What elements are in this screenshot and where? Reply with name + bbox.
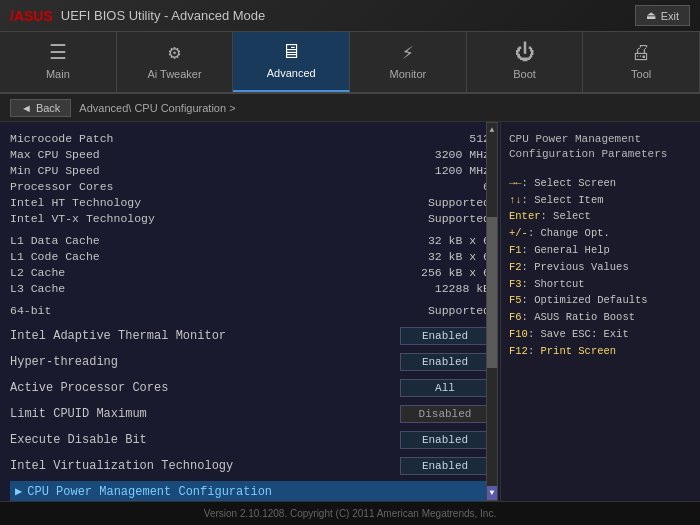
scrollbar[interactable]: ▲ ▼ xyxy=(486,122,498,501)
help-item: →←: Select Screen xyxy=(509,175,692,192)
thermal-monitor-toggle[interactable]: Enabled xyxy=(400,327,490,345)
help-item: F5: Optimized Defaults xyxy=(509,292,692,309)
tab-ai-tweaker[interactable]: ⚙ Ai Tweaker xyxy=(117,32,234,92)
config-table: Microcode Patch 512 Max CPU Speed 3200 M… xyxy=(10,130,490,501)
execute-disable-toggle[interactable]: Enabled xyxy=(400,431,490,449)
ai-tweaker-icon: ⚙ xyxy=(168,44,180,64)
breadcrumb: ◄ Back Advanced\ CPU Configuration > xyxy=(0,94,700,122)
header: /ASUS UEFI BIOS Utility - Advanced Mode … xyxy=(0,0,700,32)
main-icon: ☰ xyxy=(49,44,67,64)
tab-main[interactable]: ☰ Main xyxy=(0,32,117,92)
monitor-icon: ⚡ xyxy=(402,44,414,64)
highlight-arrow-icon: ▶ xyxy=(15,484,22,499)
table-row: L1 Code Cache 32 kB x 6 xyxy=(10,248,490,264)
table-row: L1 Data Cache 32 kB x 6 xyxy=(10,232,490,248)
active-cores-toggle[interactable]: All xyxy=(400,379,490,397)
tab-bar: ☰ Main ⚙ Ai Tweaker 🖥 Advanced ⚡ Monitor… xyxy=(0,32,700,94)
hyperthreading-row: Hyper-threading Enabled xyxy=(10,350,490,374)
header-title: UEFI BIOS Utility - Advanced Mode xyxy=(61,8,265,23)
active-cores-row: Active Processor Cores All xyxy=(10,376,490,400)
table-row: L2 Cache 256 kB x 6 xyxy=(10,264,490,280)
help-item: F3: Shortcut xyxy=(509,276,692,293)
help-item: F1: General Help xyxy=(509,242,692,259)
vt-row: Intel Virtualization Technology Enabled xyxy=(10,454,490,478)
vt-toggle[interactable]: Enabled xyxy=(400,457,490,475)
tool-icon: 🖨 xyxy=(631,44,651,64)
limit-cpuid-toggle[interactable]: Disabled xyxy=(400,405,490,423)
back-arrow-icon: ◄ xyxy=(21,102,32,114)
tab-monitor[interactable]: ⚡ Monitor xyxy=(350,32,467,92)
limit-cpuid-row: Limit CPUID Maximum Disabled xyxy=(10,402,490,426)
table-row: Microcode Patch 512 xyxy=(10,130,490,146)
thermal-monitor-row: Intel Adaptive Thermal Monitor Enabled xyxy=(10,324,490,348)
table-row: Intel HT Technology Supported xyxy=(10,194,490,210)
table-row: Max CPU Speed 3200 MHz xyxy=(10,146,490,162)
help-item: ↑↓: Select Item xyxy=(509,192,692,209)
cpu-power-mgmt-item[interactable]: ▶ CPU Power Management Configuration xyxy=(10,481,490,501)
help-item: Enter: Select xyxy=(509,208,692,225)
help-item: F6: ASUS Ratio Boost xyxy=(509,309,692,326)
help-section: →←: Select Screen ↑↓: Select Item Enter:… xyxy=(509,175,692,360)
help-item: +/-: Change Opt. xyxy=(509,225,692,242)
right-description: CPU Power Management Configuration Param… xyxy=(509,132,692,163)
right-panel: CPU Power Management Configuration Param… xyxy=(500,122,700,501)
left-panel: Microcode Patch 512 Max CPU Speed 3200 M… xyxy=(0,122,500,501)
header-logo: /ASUS UEFI BIOS Utility - Advanced Mode xyxy=(10,8,265,24)
scrollbar-up-arrow[interactable]: ▲ xyxy=(487,123,497,137)
hyperthreading-toggle[interactable]: Enabled xyxy=(400,353,490,371)
table-row: Intel VT-x Technology Supported xyxy=(10,210,490,226)
boot-icon: ⏻ xyxy=(515,44,535,64)
tab-advanced[interactable]: 🖥 Advanced xyxy=(233,32,350,92)
help-item: F12: Print Screen xyxy=(509,343,692,360)
asus-logo: /ASUS xyxy=(10,8,53,24)
footer: Version 2.10.1208. Copyright (C) 2011 Am… xyxy=(0,501,700,525)
advanced-icon: 🖥 xyxy=(281,43,301,63)
table-row: L3 Cache 12288 kB xyxy=(10,280,490,296)
help-item: F10: Save ESC: Exit xyxy=(509,326,692,343)
back-button[interactable]: ◄ Back xyxy=(10,99,71,117)
table-row: Min CPU Speed 1200 MHz xyxy=(10,162,490,178)
scrollbar-down-arrow[interactable]: ▼ xyxy=(487,486,497,500)
exit-button[interactable]: ⏏ Exit xyxy=(635,5,690,26)
breadcrumb-path: Advanced\ CPU Configuration > xyxy=(79,102,235,114)
tab-boot[interactable]: ⏻ Boot xyxy=(467,32,584,92)
content-area: Microcode Patch 512 Max CPU Speed 3200 M… xyxy=(0,122,700,501)
exit-icon: ⏏ xyxy=(646,9,656,22)
scrollbar-thumb[interactable] xyxy=(487,217,497,368)
tab-tool[interactable]: 🖨 Tool xyxy=(583,32,700,92)
help-item: F2: Previous Values xyxy=(509,259,692,276)
execute-disable-row: Execute Disable Bit Enabled xyxy=(10,428,490,452)
table-row: 64-bit Supported xyxy=(10,302,490,318)
table-row: Processor Cores 6 xyxy=(10,178,490,194)
